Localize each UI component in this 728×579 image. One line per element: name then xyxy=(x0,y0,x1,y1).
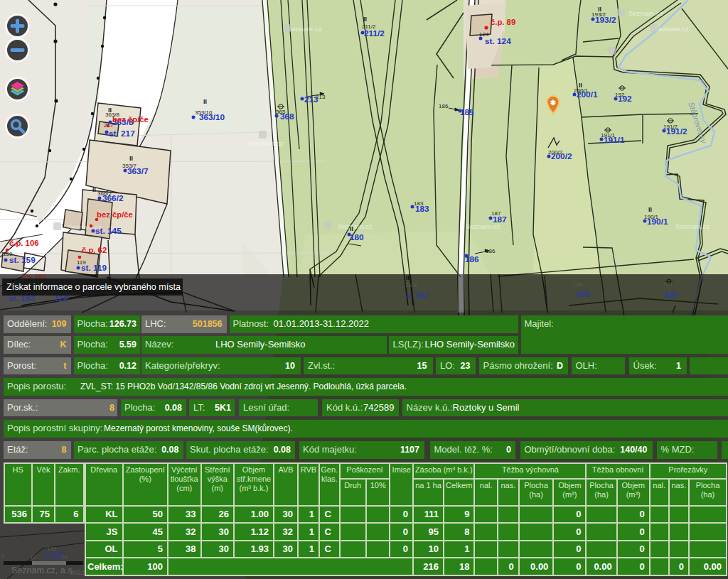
svg-text:Seznam.cz, a.s.: Seznam.cz, a.s. xyxy=(11,566,75,575)
svg-text:189: 189 xyxy=(664,290,678,300)
svg-text:0: 0 xyxy=(1,553,5,560)
svg-text:188: 188 xyxy=(576,289,590,299)
svg-text:2022: 2022 xyxy=(70,569,85,576)
svg-text:188: 188 xyxy=(573,281,583,288)
svg-text:139: 139 xyxy=(47,546,57,552)
svg-text:24: 24 xyxy=(61,554,68,561)
svg-text:2639: 2639 xyxy=(405,282,418,288)
svg-text:12: 12 xyxy=(30,554,36,561)
svg-text:182: 182 xyxy=(414,291,429,301)
